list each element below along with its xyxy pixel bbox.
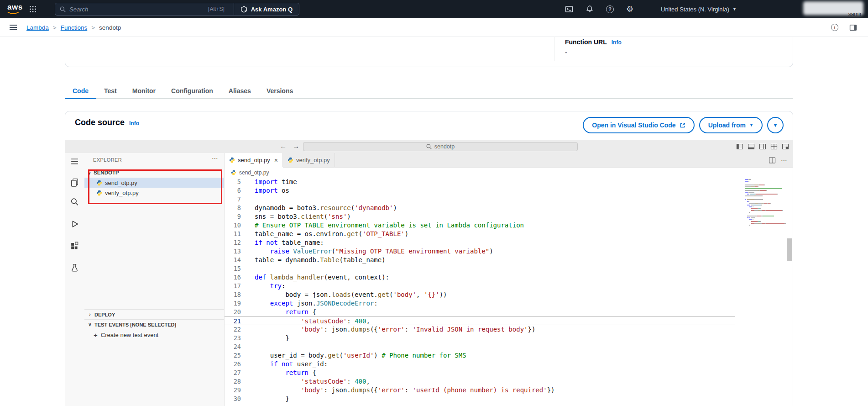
region-label: United States (N. Virginia) [661,6,729,13]
editor-menu-icon[interactable] [70,157,79,166]
explorer-more-icon[interactable]: ⋯ [212,154,218,162]
cloudshell-icon[interactable] [565,5,573,13]
code-line-12[interactable]: 12if not table_name: [225,238,735,247]
root-folder-label: SENDOTP [94,170,119,175]
aws-logo[interactable]: aws [7,3,23,15]
minimap[interactable] [745,179,786,227]
breadcrumb-link-functions[interactable]: Functions [61,24,88,31]
ask-amazon-q-button[interactable]: Ask Amazon Q [234,3,299,15]
search-input[interactable]: Search [Alt+S] [55,6,234,13]
code-line-6[interactable]: 6import os [225,186,735,195]
code-line-17[interactable]: 17 try: [225,282,735,290]
code-line-21[interactable]: 21 'statusCode': 400, [225,316,735,325]
settings-gear-icon[interactable]: ⚙ [626,5,633,13]
editor-layout-grid-icon[interactable] [770,143,778,150]
code-line-8[interactable]: 8dynamodb = boto3.resource('dynamodb') [225,204,735,212]
line-number: 29 [225,386,249,395]
code-line-15[interactable]: 15 [225,264,735,273]
code-line-20[interactable]: 20 return { [225,308,735,316]
code-line-23[interactable]: 23 } [225,334,735,343]
tab-aliases[interactable]: Aliases [221,84,259,99]
python-file-icon [96,180,102,186]
line-number: 20 [225,308,249,316]
code-line-22[interactable]: 22 'body': json.dumps({'error': 'Invalid… [225,325,735,334]
line-number: 18 [225,290,249,299]
code-line-16[interactable]: 16def lambda_handler(event, context): [225,273,735,282]
menu-hamburger-icon[interactable] [9,24,17,31]
editor-breadcrumb[interactable]: send_otp.py [225,168,793,178]
navigate-back-icon[interactable]: ← [280,142,287,150]
more-actions-button[interactable]: ▼ [767,117,784,133]
function-url-info-link[interactable]: Info [612,39,622,46]
code-line-11[interactable]: 11table_name = os.environ.get('OTP_TABLE… [225,230,735,238]
editor-tab-send_otp.py[interactable]: send_otp.py× [225,153,283,167]
region-selector[interactable]: United States (N. Virginia) ▼ [661,0,737,18]
code-line-29[interactable]: 29 'body': json.dumps({'error': 'userId … [225,386,735,395]
toggle-sidebar-right-icon[interactable] [759,143,766,150]
function-tabs: CodeTestMonitorConfigurationAliasesVersi… [65,84,301,99]
editor-scrollbar-thumb[interactable] [787,238,792,261]
search-sidebar-icon[interactable] [70,197,79,207]
code-line-19[interactable]: 19 except json.JSONDecodeError: [225,299,735,308]
side-panel-icon[interactable] [849,24,857,32]
editor-tab-verify_otp.py[interactable]: verify_otp.py [283,153,335,167]
chevron-right-icon: › [88,312,92,317]
create-test-event[interactable]: + Create new test event [84,329,224,340]
info-icon[interactable]: i [831,24,838,31]
code-line-26[interactable]: 26 if not user_id: [225,360,735,369]
line-number: 9 [225,212,249,221]
close-tab-icon[interactable]: × [274,157,278,164]
root-folder[interactable]: ∨ SENDOTP [84,168,224,178]
tab-monitor[interactable]: Monitor [125,84,163,99]
editor-command-center[interactable]: sendotp [303,142,578,151]
code-line-text: 'body': json.dumps({'error': 'userId (ph… [249,386,555,395]
file-send_otp.py[interactable]: send_otp.py [84,178,224,188]
breadcrumb-separator: > [53,24,57,31]
python-file-icon [288,157,293,163]
code-line-5[interactable]: 5import time [225,178,735,186]
testing-beaker-icon[interactable] [70,263,79,273]
editor-more-icon[interactable]: ⋯ [781,157,787,164]
tab-code[interactable]: Code [65,84,96,99]
code-line-13[interactable]: 13 raise ValueError("Missing OTP_TABLE e… [225,247,735,256]
services-grid-icon[interactable] [29,5,37,13]
code-source-info-link[interactable]: Info [129,120,139,127]
code-line-10[interactable]: 10# Ensure OTP_TABLE environment variabl… [225,221,735,230]
code-line-7[interactable]: 7 [225,195,735,204]
tab-versions[interactable]: Versions [259,84,301,99]
breadcrumb-link-lambda[interactable]: Lambda [26,24,49,31]
file-verify_otp.py[interactable]: verify_otp.py [84,188,224,198]
extensions-icon[interactable] [70,241,79,251]
console-search-bar[interactable]: Search [Alt+S] Ask Amazon Q [55,3,299,16]
deploy-section[interactable]: › DEPLOY [84,309,224,319]
search-icon [426,144,432,149]
line-number: 22 [225,325,249,334]
code-line-9[interactable]: 9sns = boto3.client('sns') [225,212,735,221]
tab-configuration[interactable]: Configuration [163,84,221,99]
help-icon[interactable]: ? [606,5,614,13]
code-line-30[interactable]: 30 } [225,395,735,403]
tab-test[interactable]: Test [96,84,125,99]
code-line-text: # Ensure OTP_TABLE environment variable … [249,221,524,230]
open-in-vscode-button[interactable]: Open in Visual Studio Code [583,117,694,133]
code-line-text: if not table_name: [249,238,324,247]
code-line-14[interactable]: 14table = dynamodb.Table(table_name) [225,256,735,264]
breadcrumb: Lambda>Functions>sendotp [26,18,121,37]
test-events-section[interactable]: ∨ TEST EVENTS [NONE SELECTED] [84,319,224,329]
navigate-forward-icon[interactable]: → [293,142,299,150]
customize-layout-icon[interactable] [782,143,789,150]
code-line-24[interactable]: 24 [225,343,735,351]
toggle-panel-bottom-icon[interactable] [748,143,755,150]
code-line-27[interactable]: 27 return { [225,369,735,377]
run-debug-icon[interactable] [70,219,79,229]
code-line-text: 'statusCode': 400, [249,317,370,325]
toggle-sidebar-left-icon[interactable] [736,143,743,150]
search-shortcut-hint: [Alt+S] [208,6,229,12]
code-line-25[interactable]: 25 user_id = body.get('userId') # Phone … [225,351,735,360]
split-editor-icon[interactable] [769,157,776,164]
line-number: 28 [225,377,249,386]
code-line-28[interactable]: 28 'statusCode': 400, [225,377,735,386]
notifications-bell-icon[interactable] [586,5,594,13]
upload-from-button[interactable]: Upload from ▼ [699,117,763,133]
code-line-18[interactable]: 18 body = json.loads(event.get('body', '… [225,290,735,299]
